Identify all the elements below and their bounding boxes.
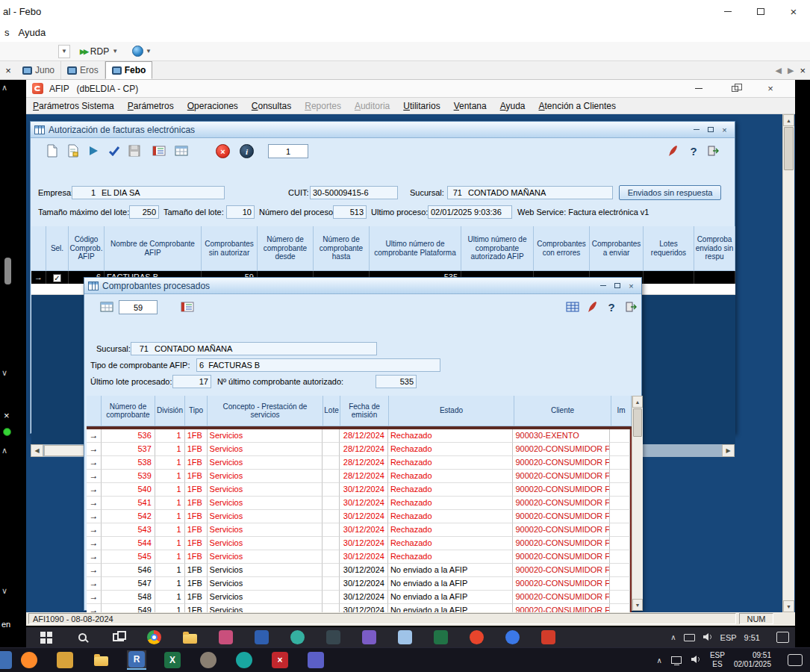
- tray-expand-icon[interactable]: ∧: [670, 633, 676, 641]
- file-explorer-icon[interactable]: [181, 629, 198, 646]
- cancel-icon[interactable]: ×: [216, 144, 230, 158]
- proc-minimize-button[interactable]: [596, 280, 609, 291]
- menu-ventana[interactable]: Ventana: [447, 98, 493, 114]
- new-document-icon[interactable]: [43, 142, 60, 160]
- tab-juno[interactable]: Juno: [16, 61, 61, 79]
- cuit-field[interactable]: 30-50009415-6: [310, 186, 398, 199]
- empresa-field[interactable]: 1 EL DIA SA: [72, 186, 225, 199]
- pinned-app-2-icon[interactable]: [199, 650, 218, 670]
- exit-icon[interactable]: [622, 298, 640, 316]
- help-button[interactable]: ?: [602, 298, 620, 316]
- maximize-button[interactable]: [744, 0, 777, 22]
- proc-grid-row-545[interactable]: →54511FBServicios30/12/2024Rechazado9000…: [87, 550, 630, 564]
- run-process-icon[interactable]: [84, 142, 102, 160]
- row-checkbox[interactable]: ✓: [53, 274, 61, 282]
- panel-scrollbar-thumb[interactable]: [4, 258, 11, 284]
- pinned-app-3-icon[interactable]: [289, 629, 305, 646]
- proc-grid-row-539[interactable]: →53911FBServicios28/12/2024Rechazado9000…: [87, 470, 630, 483]
- afip-close-button[interactable]: ×: [759, 82, 782, 96]
- save-icon[interactable]: [125, 142, 143, 160]
- proc-grid-row-544[interactable]: →54411FBServicios30/12/2024Rechazado9000…: [87, 537, 630, 550]
- menu-operaciones[interactable]: Operaciones: [181, 98, 245, 114]
- proc-grid-row-543[interactable]: →54311FBServicios30/12/2024Rechazado9000…: [87, 523, 630, 537]
- auth-close-button[interactable]: ×: [718, 124, 731, 135]
- pinned-app-4-icon[interactable]: [325, 629, 341, 646]
- menu-ayuda[interactable]: Ayuda: [14, 27, 51, 38]
- scroll-up-icon[interactable]: ▲: [783, 114, 794, 126]
- clock[interactable]: 09:51 02/01/2025: [734, 651, 771, 669]
- vscroll-thumb[interactable]: [633, 408, 642, 437]
- proc-grid-row-549[interactable]: →54911FBServicios30/12/2024No enviado a …: [87, 604, 630, 612]
- chevron-up-icon[interactable]: ∧: [1, 446, 7, 455]
- chevron-down-icon[interactable]: ▼: [146, 48, 152, 55]
- afip-restore-button[interactable]: [723, 82, 746, 96]
- help-button[interactable]: ?: [685, 142, 702, 160]
- proc-maximize-button[interactable]: [611, 280, 623, 291]
- remote-language-indicator[interactable]: ESP: [720, 633, 737, 642]
- afip-titlebar[interactable]: AFIP (dbELDIA - CP) ×: [26, 80, 795, 98]
- start-icon[interactable]: [38, 629, 54, 646]
- chrome-icon[interactable]: [146, 629, 162, 646]
- remote-clock[interactable]: 9:51: [744, 633, 760, 642]
- proceso-field[interactable]: 513: [333, 205, 367, 219]
- network-icon[interactable]: [671, 656, 682, 664]
- excel-icon[interactable]: X: [163, 650, 182, 670]
- sucursal-field[interactable]: 71 CONTADO MAÑANA: [447, 186, 613, 199]
- proc-grid-row-542[interactable]: →54211FBServicios30/12/2024Rechazado9000…: [87, 510, 630, 523]
- search-icon[interactable]: [74, 629, 90, 646]
- proc-close-button[interactable]: ×: [625, 280, 638, 291]
- pinned-app-5-icon[interactable]: [361, 629, 377, 646]
- enviados-sin-respuesta-button[interactable]: Enviados sin respuesta: [619, 185, 721, 200]
- pinned-app-3-icon[interactable]: [234, 650, 254, 670]
- info-icon[interactable]: i: [240, 144, 254, 158]
- close-button[interactable]: ×: [777, 0, 810, 22]
- chevron-down-icon[interactable]: ∨: [1, 586, 7, 596]
- proc-grid-row-548[interactable]: →54811FBServicios30/12/2024No enviado a …: [87, 591, 630, 604]
- auth-minimize-button[interactable]: [690, 124, 702, 135]
- menu-partial[interactable]: s: [0, 27, 14, 38]
- partial-app-icon[interactable]: [0, 651, 12, 669]
- pinned-app-5-icon[interactable]: [306, 650, 325, 670]
- pinned-app-1-icon[interactable]: [217, 629, 234, 646]
- lote-max-field[interactable]: 250: [129, 205, 159, 219]
- export-grid-icon[interactable]: [172, 142, 190, 160]
- proc-grid-row-536[interactable]: →53611FBServicios28/12/2024Rechazado9000…: [87, 429, 630, 443]
- language-indicator[interactable]: ESP ES: [710, 651, 725, 669]
- menu-ayuda[interactable]: Ayuda: [493, 98, 532, 114]
- exit-icon[interactable]: [704, 142, 722, 160]
- scroll-left-icon[interactable]: ◀: [31, 444, 43, 457]
- tab-scroll-left-icon[interactable]: ◀: [775, 66, 781, 75]
- task-view-icon[interactable]: [110, 629, 126, 646]
- mdi-vscrollbar[interactable]: ▲ ▼: [782, 114, 794, 612]
- file-explorer-icon[interactable]: [91, 650, 110, 670]
- export-grid-icon[interactable]: [98, 298, 116, 316]
- scroll-up-icon[interactable]: ▲: [632, 396, 643, 408]
- lote-field[interactable]: 10: [226, 205, 255, 219]
- menu-par-metros[interactable]: Parámetros: [121, 98, 181, 114]
- keyboard-icon[interactable]: [684, 634, 695, 641]
- auth-maximize-button[interactable]: [704, 124, 717, 135]
- proc-grid-row-538[interactable]: →53811FBServicios28/12/2024Rechazado9000…: [87, 456, 630, 470]
- panel-close-icon[interactable]: ×: [0, 65, 16, 76]
- proc-grid-row-540[interactable]: →54011FBServicios30/12/2024Rechazado9000…: [87, 483, 630, 497]
- pinned-app-9-icon[interactable]: [504, 629, 520, 646]
- firefox-icon[interactable]: [19, 650, 39, 670]
- rdp-protocol-button[interactable]: ▶▶ RDP ▼: [76, 45, 122, 58]
- scroll-down-icon[interactable]: ▼: [632, 599, 643, 611]
- tab-scroll-right-icon[interactable]: ▶: [788, 66, 794, 75]
- pinned-app-1-icon[interactable]: [55, 650, 75, 670]
- tray-expand-icon[interactable]: ∧: [657, 656, 662, 665]
- proc-grid-row-537[interactable]: →53711FBServicios28/12/2024Rechazado9000…: [87, 443, 630, 456]
- volume-icon[interactable]: [702, 632, 713, 643]
- auth-titlebar[interactable]: Autorización de facturas electrónicas ×: [31, 122, 735, 138]
- mremoteng-icon[interactable]: R: [127, 650, 146, 670]
- menu-consultas[interactable]: Consultas: [245, 98, 298, 114]
- vscroll-thumb[interactable]: [784, 127, 794, 170]
- signature-quill-icon[interactable]: [583, 298, 601, 316]
- pinned-app-8-icon[interactable]: [468, 629, 485, 646]
- notification-bubble-icon[interactable]: [788, 654, 803, 666]
- tab-close-icon[interactable]: ×: [800, 65, 806, 76]
- ledger-icon[interactable]: [178, 298, 196, 316]
- chevron-down-icon[interactable]: ∨: [1, 368, 7, 378]
- tab-febo[interactable]: Febo: [105, 61, 153, 79]
